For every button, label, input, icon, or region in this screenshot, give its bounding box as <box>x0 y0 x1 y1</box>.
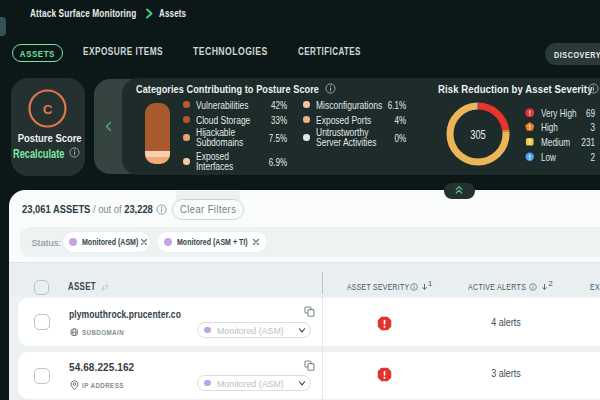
svg-text:305: 305 <box>470 127 486 142</box>
svg-text:C: C <box>42 102 52 117</box>
